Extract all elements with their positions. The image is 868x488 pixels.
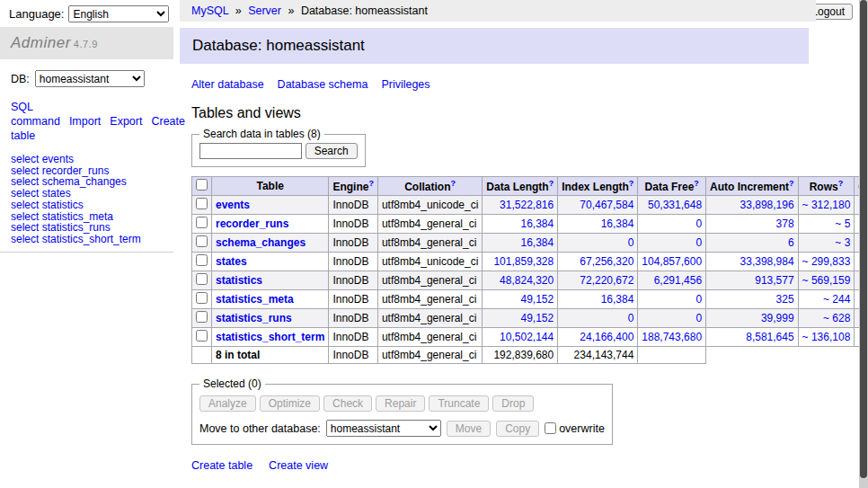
table-name-link[interactable]: statistics_short_term [216, 331, 324, 343]
sidebar-action-link[interactable]: Import [69, 115, 101, 128]
rows-link[interactable]: ~ 136,108 [802, 331, 851, 343]
data-free-link[interactable]: 0 [695, 236, 702, 249]
data-length-link[interactable]: 10,502,144 [500, 331, 554, 343]
db-select[interactable]: homeassistant [35, 70, 145, 87]
rows-link[interactable]: ~ 3 [835, 236, 850, 249]
index-length-link[interactable]: 16,384 [601, 217, 634, 230]
index-length-link[interactable]: 72,220,672 [580, 274, 633, 287]
data-length-link[interactable]: 48,824,320 [500, 274, 554, 287]
row-checkbox[interactable] [196, 330, 208, 342]
auto-increment-link[interactable]: 8,581,645 [746, 331, 793, 343]
index-length-link[interactable]: 67,256,320 [580, 255, 633, 268]
data-length-link[interactable]: 31,522,816 [500, 199, 554, 211]
sidebar-action-link[interactable]: SQL command [11, 101, 60, 128]
breadcrumb-link-mysql[interactable]: MySQL [191, 4, 228, 17]
index-length-link[interactable]: 16,384 [601, 293, 634, 306]
row-checkbox[interactable] [196, 217, 208, 228]
data-length-link[interactable]: 101,859,328 [493, 255, 554, 268]
select-all-checkbox[interactable] [196, 179, 208, 191]
tables-table-footer: 8 in total InnoDB utf8mb4_general_ci 192… [192, 347, 868, 364]
sidebar-table-link[interactable]: select statistics_short_term [11, 233, 141, 245]
move-button[interactable]: Move [447, 421, 491, 437]
auto-increment-link[interactable]: 33,398,984 [740, 255, 794, 268]
col-header-index-length: Index Length? [558, 177, 638, 196]
table-name-link[interactable]: recorder_runs [216, 217, 288, 230]
rows-link[interactable]: ~ 244 [823, 293, 850, 306]
row-checkbox[interactable] [196, 235, 208, 247]
index-length-link[interactable]: 0 [628, 312, 634, 324]
auto-increment-link[interactable]: 913,577 [755, 274, 793, 287]
create-link[interactable]: Create table [191, 459, 252, 472]
cell-engine: InnoDB [329, 328, 378, 347]
table-row: statistics InnoDB utf8mb4_general_ci 48,… [192, 271, 868, 290]
row-checkbox[interactable] [196, 311, 208, 323]
table-name-link[interactable]: statistics_runs [216, 312, 292, 324]
rows-link[interactable]: ~ 628 [823, 312, 850, 324]
sidebar-action-link[interactable]: Export [110, 115, 142, 128]
data-length-link[interactable]: 49,152 [520, 312, 554, 324]
data-free-link[interactable]: 50,331,648 [648, 199, 702, 211]
data-length-link[interactable]: 16,384 [520, 236, 554, 249]
auto-increment-link[interactable]: 6 [788, 236, 794, 249]
data-free-link[interactable]: 0 [695, 293, 702, 306]
index-length-link[interactable]: 70,467,584 [580, 199, 633, 211]
copy-button[interactable]: Copy [496, 421, 539, 437]
help-link[interactable]: ? [838, 179, 844, 188]
scrollbar[interactable] [859, 0, 868, 488]
operation-button[interactable]: Optimize [260, 395, 320, 412]
index-length-link[interactable]: 24,166,400 [580, 331, 633, 343]
table-row: statistics_meta InnoDB utf8mb4_general_c… [192, 290, 868, 309]
table-name-link[interactable]: statistics [216, 274, 262, 287]
table-name-link[interactable]: events [216, 199, 250, 211]
table-name-link[interactable]: statistics_meta [216, 293, 294, 306]
row-checkbox[interactable] [196, 273, 208, 285]
table-name-link[interactable]: schema_changes [216, 236, 306, 249]
breadcrumb-link-server[interactable]: Server [248, 4, 281, 17]
rows-link[interactable]: ~ 299,833 [802, 255, 851, 268]
help-link[interactable]: ? [451, 179, 456, 188]
create-link[interactable]: Create view [269, 459, 328, 472]
operation-button[interactable]: Truncate [429, 395, 489, 412]
language-select[interactable]: English [68, 5, 169, 22]
data-free-link[interactable]: 6,291,456 [654, 274, 702, 287]
data-length-link[interactable]: 49,152 [520, 293, 554, 306]
operation-button[interactable]: Drop [492, 395, 534, 412]
index-length-link[interactable]: 0 [628, 236, 634, 249]
rows-link[interactable]: ~ 312,180 [802, 199, 851, 211]
target-db-select[interactable]: homeassistant [326, 420, 441, 437]
table-name-link[interactable]: states [216, 255, 247, 268]
auto-increment-link[interactable]: 378 [776, 217, 794, 230]
cell-engine: InnoDB [329, 271, 378, 290]
data-length-link[interactable]: 16,384 [520, 217, 554, 230]
operation-button[interactable]: Repair [376, 395, 425, 412]
data-free-link[interactable]: 0 [695, 312, 702, 324]
rows-link[interactable]: ~ 569,159 [802, 274, 851, 287]
auto-increment-link[interactable]: 325 [776, 293, 794, 306]
auto-increment-link[interactable]: 33,898,196 [740, 199, 794, 211]
operation-button[interactable]: Check [323, 395, 372, 412]
database-action-link[interactable]: Alter database [191, 78, 264, 91]
help-link[interactable]: ? [694, 179, 699, 188]
totals-index-length: 234,143,744 [558, 347, 638, 364]
rows-link[interactable]: ~ 5 [835, 217, 850, 230]
database-action-link[interactable]: Database schema [278, 78, 368, 91]
col-header-auto-increment: Auto Increment? [706, 177, 799, 196]
help-link[interactable]: ? [629, 179, 634, 188]
data-free-link[interactable]: 0 [695, 217, 702, 230]
database-action-link[interactable]: Privileges [381, 78, 430, 91]
auto-increment-link[interactable]: 39,999 [761, 312, 794, 324]
data-free-link[interactable]: 104,857,600 [642, 255, 702, 268]
operation-button[interactable]: Analyze [199, 395, 256, 412]
row-checkbox[interactable] [196, 254, 208, 266]
help-link[interactable]: ? [368, 179, 374, 188]
help-link[interactable]: ? [549, 179, 554, 188]
overwrite-checkbox[interactable] [545, 422, 556, 434]
scrollbar-thumb[interactable] [860, 0, 867, 478]
search-input[interactable] [199, 143, 302, 159]
help-link[interactable]: ? [789, 179, 794, 188]
row-checkbox[interactable] [196, 198, 208, 209]
row-checkbox[interactable] [196, 292, 208, 304]
search-button[interactable]: Search [306, 143, 358, 159]
col-header-table: Table [212, 177, 329, 196]
data-free-link[interactable]: 188,743,680 [642, 331, 702, 343]
